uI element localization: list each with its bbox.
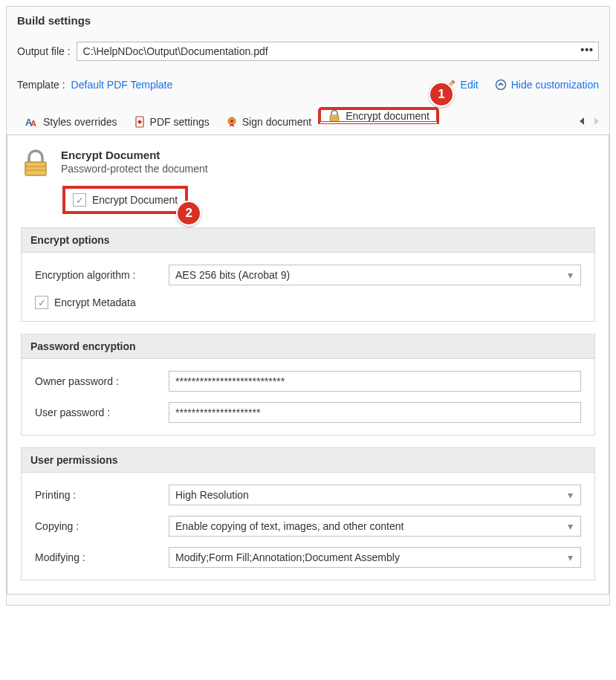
chevron-down-icon: ▾ (568, 551, 573, 563)
edit-label: Edit (461, 79, 479, 91)
output-file-input[interactable]: C:\HelpNDoc\Output\Documentation.pdf ••• (77, 42, 599, 61)
output-file-value: C:\HelpNDoc\Output\Documentation.pdf (83, 45, 268, 57)
tab-pdf-label: PDF settings (150, 116, 210, 128)
styles-icon: AA (25, 115, 39, 129)
tab-styles-overrides[interactable]: AA Styles overrides (17, 109, 126, 135)
modifying-label: Modifying : (35, 551, 169, 563)
hide-customization-label: Hide customization (511, 79, 599, 91)
section-title: Encrypt Document (61, 149, 208, 161)
printing-label: Printing : (35, 489, 169, 501)
chevron-down-icon: ▾ (568, 269, 573, 281)
svg-point-0 (496, 80, 505, 90)
encrypt-document-checkbox-row[interactable]: Encrypt Document 2 (62, 186, 188, 214)
user-permissions-heading: User permissions (22, 448, 594, 473)
encryption-algorithm-label: Encryption algorithm : (35, 269, 169, 281)
encrypt-document-checkbox-label: Encrypt Document (92, 194, 178, 206)
section-subtitle: Password-protect the document (61, 163, 208, 175)
modifying-select[interactable]: Modify;Form Fill;Annotation;Document Ass… (169, 547, 581, 568)
tab-sign-document[interactable]: Sign document (218, 109, 320, 135)
printing-select[interactable]: High Resolution ▾ (169, 485, 581, 505)
svg-point-5 (230, 120, 233, 123)
encrypt-metadata-checkbox[interactable] (35, 296, 48, 309)
printing-value: High Resolution (175, 489, 249, 501)
pdf-icon (134, 116, 146, 128)
user-password-input[interactable]: ********************* (169, 402, 581, 423)
annotation-badge-2: 2 (176, 201, 201, 226)
hide-customization-button[interactable]: Hide customization (495, 79, 599, 91)
tab-sign-label: Sign document (242, 116, 311, 128)
modifying-value: Modify;Form Fill;Annotation;Document Ass… (175, 551, 400, 563)
seal-icon (226, 116, 238, 128)
encrypt-document-checkbox[interactable] (73, 193, 86, 207)
copying-label: Copying : (35, 520, 169, 532)
tab-encrypt-document[interactable]: Encrypt document (320, 109, 438, 123)
user-password-value: ********************* (175, 407, 260, 418)
lock-large-icon (21, 149, 51, 178)
annotation-badge-1: 1 (429, 82, 454, 107)
owner-password-label: Owner password : (35, 375, 169, 387)
copying-value: Enable copying of text, images, and othe… (175, 520, 403, 532)
encryption-algorithm-select[interactable]: AES 256 bits (Acrobat 9) ▾ (169, 265, 581, 285)
template-label: Template : (17, 79, 65, 91)
password-encryption-heading: Password encryption (22, 334, 594, 359)
owner-password-input[interactable]: *************************** (169, 371, 581, 392)
output-file-label: Output file : (17, 45, 71, 57)
svg-text:A: A (30, 119, 36, 128)
tab-styles-label: Styles overrides (43, 116, 117, 128)
encrypt-options-heading: Encrypt options (22, 228, 594, 253)
tab-pdf-settings[interactable]: PDF settings (126, 109, 218, 135)
lock-icon (328, 109, 341, 123)
browse-button[interactable]: ••• (580, 44, 594, 56)
encrypt-metadata-label: Encrypt Metadata (54, 297, 136, 308)
user-password-label: User password : (35, 407, 169, 418)
tabs-scroll-right[interactable] (594, 117, 599, 127)
chevron-down-icon: ▾ (568, 520, 573, 532)
encryption-algorithm-value: AES 256 bits (Acrobat 9) (175, 269, 290, 281)
copying-select[interactable]: Enable copying of text, images, and othe… (169, 516, 581, 537)
tab-encrypt-label: Encrypt document (346, 110, 429, 122)
template-link[interactable]: Default PDF Template (71, 79, 173, 91)
owner-password-value: *************************** (175, 375, 285, 387)
svg-rect-9 (25, 162, 46, 175)
svg-rect-6 (330, 115, 339, 121)
chevron-down-icon: ▾ (568, 489, 573, 501)
tabs-scroll-left[interactable] (580, 117, 584, 127)
collapse-icon (495, 79, 507, 91)
page-title: Build settings (17, 7, 599, 42)
